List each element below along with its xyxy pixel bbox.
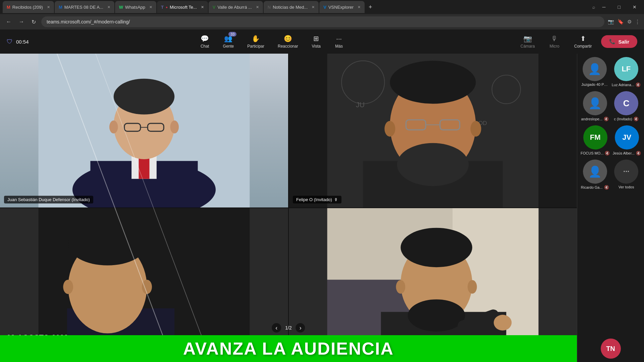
cast-icon[interactable]: 📷 (608, 19, 614, 25)
tab-teams[interactable]: T ● Microsoft Te... ✕ (157, 1, 208, 13)
tab-label-vsn: VSNExplorer (328, 5, 354, 10)
tab-whatsapp[interactable]: W WhatsApp ✕ (115, 1, 156, 13)
tab-close-valle[interactable]: ✕ (256, 5, 259, 9)
toolbar-right: 📷 Cámara 🎙 Micro ⬆ Compartir 📞 Salir (515, 32, 637, 51)
participate-label: Participar (247, 44, 264, 49)
participant-row-2: 👤 andreslope... 🔇 C c (Invitado) 🔇 (581, 91, 641, 121)
participant-card-andres: 👤 andreslope... 🔇 (581, 91, 609, 121)
participant-name-lf: Luz Adriana... (612, 83, 634, 87)
tab-close-martes[interactable]: ✕ (107, 5, 110, 9)
react-button[interactable]: 😊 Reaccionar (272, 32, 304, 51)
minimize-button[interactable]: ─ (598, 4, 610, 10)
more-button[interactable]: ··· Más (329, 32, 349, 51)
teams-toolbar: 🛡 00:54 💬 Chat 👥 33 Gente ✋ Participar (0, 29, 644, 54)
fm-mute-icon: 🔇 (605, 151, 610, 156)
react-icon: 😊 (284, 35, 292, 43)
people-count-badge: 33 (228, 32, 236, 37)
participant-name-jv: Jesús Alber... (612, 151, 634, 155)
tab-bar: M Recibidos (209) ✕ M MARTES 08 DE A... … (0, 0, 644, 14)
forward-button[interactable]: → (17, 17, 26, 26)
share-button[interactable]: ⬆ Compartir (569, 32, 597, 51)
tab-search-icon: ⌕ (592, 4, 595, 10)
back-button[interactable]: ← (4, 17, 13, 26)
tab-label-gmail: Recibidos (209) (12, 5, 43, 10)
avatar-jv: JV (615, 125, 639, 149)
avatar-andres: 👤 (583, 91, 607, 115)
view-label: Vista (312, 44, 320, 49)
tab-valle[interactable]: V Valle de Aburrá ... ✕ (209, 1, 263, 13)
person-icon-ricardo: 👤 (588, 165, 602, 178)
next-page-button[interactable]: › (296, 323, 305, 333)
avatar-fm: FM (583, 125, 607, 149)
more-dots-icon: ··· (623, 167, 629, 176)
avatar-juzgado: 👤 (583, 57, 607, 81)
svg-point-50 (494, 315, 512, 330)
tab-close-noticias[interactable]: ✕ (312, 5, 315, 9)
people-button[interactable]: 👥 33 Gente (218, 32, 239, 51)
teams-favicon: T (161, 5, 164, 10)
participant-name-juan: Juan Sebastián Duque Defensor (Invitado) (7, 197, 90, 202)
tab-close-whatsapp[interactable]: ✕ (149, 5, 152, 9)
new-tab-button[interactable]: + (365, 4, 376, 11)
view-button[interactable]: ⊞ Vista (306, 32, 326, 51)
felipe-mute-icon: 🎙 (334, 197, 338, 202)
tab-close-vsn[interactable]: ✕ (358, 5, 361, 9)
share-icon: ⬆ (580, 35, 586, 43)
tab-gmail[interactable]: M Recibidos (209) ✕ (3, 1, 54, 13)
tab-close-gmail[interactable]: ✕ (47, 5, 50, 9)
reload-button[interactable]: ↻ (30, 17, 38, 26)
participant-name-felipe: Felipe O (Invitado) (296, 197, 332, 202)
call-timer: 00:54 (16, 39, 29, 45)
raise-hand-icon: ✋ (252, 35, 260, 43)
micro-off-icon: 🎙 (551, 35, 558, 43)
menu-icon[interactable]: ⋮ (635, 19, 640, 25)
svg-point-28 (384, 121, 395, 137)
jv-initials: JV (622, 133, 631, 142)
micro-button[interactable]: 🎙 Micro (544, 32, 565, 51)
react-label: Reaccionar (278, 44, 298, 49)
tab-vsn[interactable]: V VSNExplorer ✕ (319, 1, 365, 13)
extensions-icon[interactable]: ⚙ (627, 19, 632, 25)
maximize-button[interactable]: □ (613, 4, 625, 10)
leave-call-button[interactable]: 📞 Salir (601, 35, 637, 48)
participant-card-ricardo: 👤 Ricardo Ga... 🔇 (581, 160, 609, 190)
participant-card-juzgado: 👤 Juzgado 40 Pen... (581, 57, 609, 87)
tn-avatar-container: TN (581, 333, 641, 359)
person-art-juan (0, 54, 288, 207)
camera-button[interactable]: 📷 Cámara (515, 32, 540, 51)
chat-button[interactable]: 💬 Chat (195, 32, 215, 51)
tab-noticias[interactable]: N Noticias de Med... ✕ (264, 1, 319, 13)
svg-point-36 (63, 280, 73, 294)
participant-footer-c: c (Invitado) 🔇 (614, 117, 639, 121)
prev-page-button[interactable]: ‹ (272, 323, 281, 333)
participant-name-juzgado: Juzgado 40 Pen... (581, 82, 608, 86)
participant-footer-andres: andreslope... 🔇 (581, 117, 609, 121)
tab-label-martes: MARTES 08 DE A... (64, 5, 103, 10)
participant-footer-ver-todos: Ver todos (619, 185, 634, 189)
address-bar[interactable]: teams.microsoft.com/_#/modern-calling/ (41, 16, 604, 27)
save-icon[interactable]: 🔖 (618, 19, 624, 25)
participate-button[interactable]: ✋ Participar (242, 32, 270, 51)
teams-app: 🛡 00:54 💬 Chat 👥 33 Gente ✋ Participar (0, 29, 644, 362)
fm-initials: FM (590, 133, 601, 142)
share-label: Compartir (574, 44, 592, 49)
leave-label: Salir (618, 39, 629, 45)
tab-close-teams[interactable]: ✕ (201, 5, 204, 9)
participant-name-c: c (Invitado) (614, 117, 632, 121)
close-button[interactable]: ✕ (628, 4, 641, 10)
person-icon-andres: 👤 (588, 97, 602, 110)
participants-panel: 👤 Juzgado 40 Pen... LF Luz Adriana... 🔇 (577, 54, 644, 362)
svg-point-46 (408, 299, 465, 331)
chat-icon-wrap: 💬 (201, 35, 209, 43)
green-banner: AVANZA LA AUDIENCIA (0, 335, 577, 362)
tab-martes[interactable]: M MARTES 08 DE A... ✕ (55, 1, 114, 13)
svg-point-24 (390, 61, 476, 104)
window-controls: ⌕ ─ □ ✕ (592, 4, 641, 10)
participant-row-4: 👤 Ricardo Ga... 🔇 ··· Ver todos (581, 160, 641, 190)
participant-card-ver-todos[interactable]: ··· Ver todos (612, 160, 641, 190)
participant-card-fm: FM FOCUS MO... 🔇 (581, 125, 610, 156)
participant-footer-juzgado: Juzgado 40 Pen... (581, 82, 608, 86)
noticias-favicon: N (268, 5, 271, 10)
svg-point-29 (471, 121, 481, 137)
participant-row-1: 👤 Juzgado 40 Pen... LF Luz Adriana... 🔇 (581, 57, 641, 87)
